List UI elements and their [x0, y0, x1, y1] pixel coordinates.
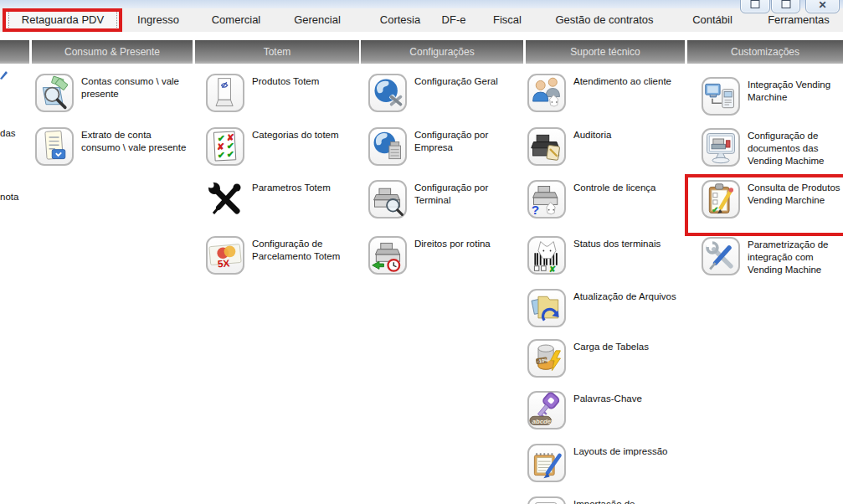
menu-item-label: Importação de	[573, 496, 679, 504]
menu-item-label: Parametrização de integração com Vending…	[748, 237, 841, 276]
menu-item-label: Status dos terminais	[573, 236, 679, 250]
monitor-printer-icon	[702, 128, 740, 167]
menu-item-label: Configuração por Terminal	[414, 180, 520, 207]
menu-item-configuracao-empresa[interactable]: Configuração por Empresa	[368, 127, 520, 166]
notepad-pen-icon	[527, 444, 566, 482]
tab-label: Cortesia	[380, 13, 420, 26]
close-button[interactable]: ✕	[805, 0, 840, 13]
fox-barcode-icon: ✘	[527, 236, 566, 275]
register-clipboard-icon	[527, 127, 566, 166]
minimize-icon	[751, 0, 760, 8]
menu-item-label: Atualização de Arquivos	[573, 289, 679, 303]
menu-item-label: Produtos Totem	[252, 74, 357, 88]
menu-item-label: Parametros Totem	[252, 180, 357, 194]
checklist-page-icon: ✔✘ ✘✔ ✔✔	[206, 127, 244, 166]
svg-text:✔: ✔	[712, 205, 718, 214]
tab-contabil[interactable]: Contábil	[680, 8, 745, 32]
cards-5x-icon: 5X	[206, 236, 244, 275]
tab-label: Contábil	[692, 13, 732, 26]
maximize-icon	[781, 0, 790, 8]
tab-ingresso[interactable]: Ingresso	[127, 8, 189, 32]
menu-item-direitos-rotina[interactable]: Direitos por rotina	[368, 236, 520, 275]
menu-item-configuracao-documentos-vending[interactable]: Configuração de documentos das Vending M…	[702, 128, 841, 167]
tab-label: Gerencial	[294, 13, 341, 26]
tab-cortesia[interactable]: Cortesia	[367, 8, 434, 32]
menu-item-label: Configuração Geral	[414, 74, 520, 88]
menu-item-importacao[interactable]: Importação de	[527, 496, 679, 504]
minimize-button[interactable]	[740, 0, 770, 13]
receipt-card-icon	[35, 127, 74, 166]
menu-item-label: Auditoria	[573, 127, 679, 141]
menu-item-controle-licenca[interactable]: ? Controle de licença	[527, 180, 679, 219]
tab-comercial[interactable]: Comercial	[199, 8, 273, 32]
register-magnifier-icon	[368, 180, 407, 219]
svg-text:✔: ✔	[227, 149, 234, 159]
menu-item-label: Extrato de conta consumo \ vale presente	[81, 127, 187, 154]
menu-item-parcelamento-totem[interactable]: 5X Configuração de Parcelamento Totem	[206, 236, 357, 275]
tab-label: DF-e	[442, 13, 466, 26]
menu-item-label: Direitos por rotina	[414, 236, 520, 250]
tab-fiscal[interactable]: Fiscal	[482, 8, 532, 32]
menu-item-label: Configuração de documentos das Vending M…	[748, 128, 841, 167]
menu-item-palavras-chave[interactable]: abcdef Palavras-Chave	[527, 391, 679, 429]
section-header-suporte-tecnico: Suporte técnico	[526, 40, 685, 64]
menu-item-configuracao-geral[interactable]: Configuração Geral	[368, 74, 520, 112]
tab-gestao-contratos[interactable]: Gestão de contratos	[542, 8, 666, 32]
folder-refresh-icon	[527, 289, 566, 327]
menu-item-contas-consumo[interactable]: Contas consumo \ vale presente	[35, 74, 187, 112]
wrench-screwdriver-icon	[702, 237, 740, 275]
menu-item-label: Layouts de impressão	[573, 444, 679, 458]
import-icon	[527, 496, 566, 504]
can-lightning-icon: -10%	[527, 339, 566, 378]
tab-gerencial[interactable]: Gerencial	[281, 8, 353, 32]
tab-label: Retaguarda PDV	[22, 13, 104, 26]
menu-item-consulta-produtos-vending[interactable]: ✔ Consulta de Produtos Vending Marchine	[702, 180, 841, 219]
maximize-button[interactable]	[771, 0, 800, 13]
menu-item-label: Contas consumo \ vale presente	[81, 74, 187, 100]
menu-item-label: Palavras-Chave	[573, 391, 679, 405]
menu-item-atualizacao-arquivos[interactable]: Atualização de Arquivos	[527, 289, 679, 327]
tab-label: Fiscal	[493, 13, 522, 26]
menu-item-auditoria[interactable]: Auditoria	[527, 127, 679, 166]
app-window: ✕ Retaguarda PDV Ingresso Comercial Gere…	[0, 0, 843, 504]
tab-dfe[interactable]: DF-e	[434, 8, 474, 32]
tab-label: Gestão de contratos	[555, 13, 653, 26]
menu-item-status-terminais[interactable]: ✘ Status dos terminais	[527, 236, 679, 275]
support-people-icon	[527, 74, 566, 112]
menu-item-label: Atendimento ao cliente	[573, 74, 679, 88]
tab-retaguarda-pdv[interactable]: Retaguarda PDV	[6, 8, 120, 32]
menu-item-extrato-conta[interactable]: Extrato de conta consumo \ vale presente	[35, 127, 187, 166]
svg-text:5X: 5X	[217, 257, 230, 270]
network-screens-icon	[702, 77, 740, 116]
section-header-customizacoes: Customizações	[687, 40, 843, 64]
box-bills-magnifier-icon	[35, 74, 74, 112]
menu-item-categorias-totem[interactable]: ✔✘ ✘✔ ✔✔ Categorias do totem	[206, 127, 357, 166]
cutoff-label-fragment: das	[0, 127, 16, 139]
section-header-consumo-presente: Consumo & Presente	[32, 40, 193, 64]
menu-item-carga-tabelas[interactable]: -10% Carga de Tabelas	[527, 339, 679, 378]
svg-text:✔: ✔	[218, 150, 225, 160]
tab-label: Ingresso	[137, 13, 179, 26]
menu-item-atendimento-cliente[interactable]: Atendimento ao cliente	[527, 74, 679, 112]
menu-item-label: Integração Vending Marchine	[748, 77, 841, 104]
menu-item-parametros-totem[interactable]: Parametros Totem	[206, 180, 357, 219]
close-icon: ✕	[818, 0, 826, 11]
menu-item-label: Configuração de Parcelamento Totem	[252, 236, 357, 263]
menu-item-layouts-impressao[interactable]: Layouts de impressão	[527, 444, 679, 482]
svg-text:abcdef: abcdef	[532, 418, 554, 425]
globe-company-icon	[368, 127, 407, 166]
section-header-partial	[0, 40, 29, 64]
svg-text:✘: ✘	[549, 265, 556, 274]
menu-item-configuracao-terminal[interactable]: Configuração por Terminal	[368, 180, 520, 219]
section-header-totem: Totem	[195, 40, 359, 64]
register-question-fox-icon: ?	[527, 180, 566, 219]
cutoff-label-fragment: nota	[0, 191, 18, 203]
totem-kiosk-icon	[206, 74, 244, 112]
menu-item-produtos-totem[interactable]: Produtos Totem	[206, 74, 357, 112]
menu-item-label: Controle de licença	[573, 180, 679, 194]
menu-item-parametrizacao-integracao-vending[interactable]: Parametrização de integração com Vending…	[702, 237, 841, 276]
menu-item-label: Configuração por Empresa	[414, 127, 520, 154]
globe-tools-icon	[368, 74, 407, 112]
menu-item-integracao-vending[interactable]: Integração Vending Marchine	[702, 77, 841, 116]
tab-label: Ferramentas	[768, 13, 830, 26]
